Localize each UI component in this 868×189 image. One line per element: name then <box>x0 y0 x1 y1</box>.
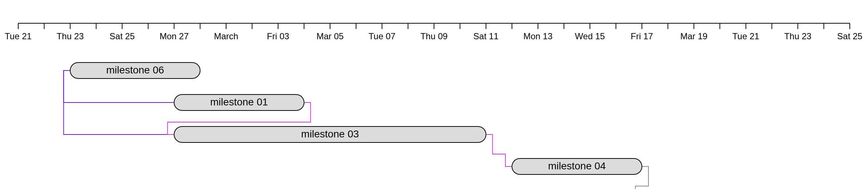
gantt-bar-label: milestone 04 <box>548 160 606 172</box>
axis-tick-label: March <box>214 31 238 41</box>
axis-tick-label: Mar 19 <box>680 31 707 41</box>
axis-tick-label: Wed 15 <box>575 31 605 41</box>
axis-tick-label: Mar 05 <box>316 31 344 41</box>
axis-tick-label: Thu 23 <box>784 31 812 41</box>
axis-tick-label: Mon 13 <box>523 31 552 41</box>
gantt-bar-label: milestone 01 <box>210 96 268 108</box>
axis-tick-label: Sat 25 <box>110 31 135 41</box>
gantt-bar-label: milestone 03 <box>301 128 359 140</box>
gantt-svg: Tue 21Thu 23Sat 25Mon 27MarchFri 03Mar 0… <box>0 0 868 189</box>
axis-tick-label: Thu 09 <box>421 31 448 41</box>
axis-tick-label: Sat 25 <box>837 31 862 41</box>
dependency-arrow <box>486 134 512 166</box>
axis-tick-label: Fri 17 <box>631 31 653 41</box>
axis-tick-label: Tue 07 <box>368 31 395 41</box>
axis-tick-label: Tue 21 <box>733 31 760 41</box>
axis-tick-label: Mon 27 <box>159 31 189 41</box>
axis-tick-label: Sat 11 <box>473 31 498 41</box>
axis-tick-label: Fri 03 <box>267 31 289 41</box>
gantt-chart: Tue 21Thu 23Sat 25Mon 27MarchFri 03Mar 0… <box>0 0 868 189</box>
axis-tick-label: Thu 23 <box>56 31 84 41</box>
axis-tick-label: Tue 21 <box>5 31 32 41</box>
gantt-bar-label: milestone 06 <box>106 64 164 76</box>
